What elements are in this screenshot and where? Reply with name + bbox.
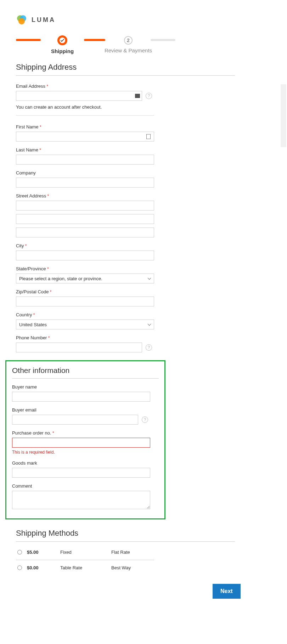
city-field[interactable]	[16, 251, 154, 260]
email-label: Email Address	[16, 84, 154, 89]
phone-label: Phone Number	[16, 335, 154, 340]
help-icon[interactable]: ?	[142, 416, 148, 423]
method-carrier: Best Way	[111, 565, 153, 570]
shipping-method-radio-flatrate[interactable]	[17, 550, 22, 554]
method-price: $5.00	[27, 550, 55, 555]
step2-label: Review & Payments	[105, 47, 152, 53]
goods-mark-field[interactable]	[12, 468, 150, 478]
progress-step-shipping[interactable]: Shipping	[36, 35, 89, 54]
email-hint: You can create an account after checkout…	[16, 104, 154, 110]
buyer-email-field[interactable]	[12, 415, 138, 425]
method-type: Table Rate	[60, 565, 106, 570]
progress-step-review[interactable]: 2 Review & Payments	[102, 36, 155, 53]
progress-bar-right	[151, 39, 175, 41]
street-field-3[interactable]	[16, 228, 154, 237]
street-label: Street Address	[16, 193, 154, 199]
state-label: State/Province	[16, 266, 154, 271]
zip-field[interactable]	[16, 297, 154, 306]
help-icon[interactable]: ?	[146, 344, 152, 351]
buyer-name-label: Buyer name	[12, 384, 159, 390]
first-name-label: First Name	[16, 124, 154, 130]
check-icon	[60, 38, 65, 43]
po-label: Purchase order no.	[12, 430, 159, 436]
company-field[interactable]	[16, 178, 154, 188]
country-label: Country	[16, 312, 154, 317]
first-name-field[interactable]	[16, 132, 154, 142]
method-carrier: Flat Rate	[111, 550, 153, 555]
shipping-method-row[interactable]: $0.00 Table Rate Best Way	[16, 560, 154, 575]
company-label: Company	[16, 170, 154, 176]
phone-field[interactable]	[16, 343, 142, 352]
last-name-field[interactable]	[16, 155, 154, 165]
luma-logo-icon	[16, 14, 27, 25]
shipping-method-row[interactable]: $5.00 Fixed Flat Rate	[16, 545, 154, 560]
comment-label: Comment	[12, 483, 159, 489]
shipping-method-radio-bestway[interactable]	[17, 565, 22, 570]
svg-point-2	[18, 18, 25, 24]
po-error: This is a required field.	[12, 450, 159, 455]
step2-circle: 2	[124, 36, 133, 45]
next-button[interactable]: Next	[213, 584, 241, 599]
city-label: City	[16, 243, 154, 248]
other-info-title: Other information	[12, 366, 159, 379]
contact-icon	[146, 134, 151, 139]
street-field-2[interactable]	[16, 214, 154, 224]
scrollbar[interactable]	[281, 84, 286, 147]
checkout-progress: Shipping 2 Review & Payments	[16, 35, 239, 54]
step1-circle	[57, 35, 67, 45]
keyboard-icon	[135, 94, 140, 98]
brand-text: LUMA	[32, 16, 56, 24]
buyer-name-field[interactable]	[12, 392, 150, 402]
zip-label: Zip/Postal Code	[16, 289, 154, 294]
street-field-1[interactable]	[16, 201, 154, 211]
help-icon[interactable]: ?	[146, 93, 152, 99]
method-price: $0.00	[27, 565, 55, 570]
comment-field[interactable]	[12, 491, 150, 509]
last-name-label: Last Name	[16, 147, 154, 153]
step1-label: Shipping	[51, 48, 74, 54]
state-select[interactable]: Please select a region, state or provinc…	[16, 274, 154, 283]
logo[interactable]: LUMA	[16, 14, 239, 25]
divider	[16, 115, 154, 116]
method-type: Fixed	[60, 550, 106, 555]
goods-mark-label: Goods mark	[12, 460, 159, 466]
shipping-address-title: Shipping Address	[16, 63, 235, 76]
shipping-methods-title: Shipping Methods	[16, 529, 235, 542]
purchase-order-field[interactable]	[12, 438, 150, 448]
buyer-email-label: Buyer email	[12, 407, 159, 413]
country-select[interactable]: United States	[16, 320, 154, 329]
email-field[interactable]	[16, 91, 142, 101]
other-information-section: Other information Buyer name Buyer email…	[5, 360, 165, 519]
